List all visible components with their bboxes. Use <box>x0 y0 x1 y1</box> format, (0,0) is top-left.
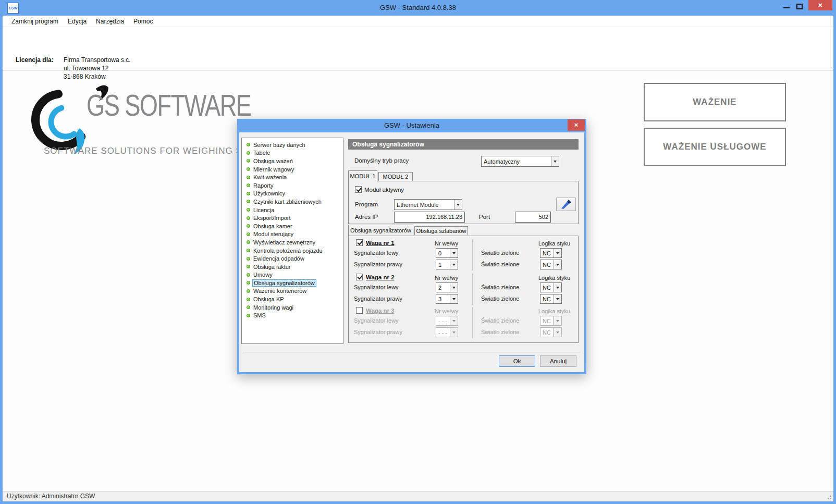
chevron-down-icon[interactable] <box>450 249 458 257</box>
settings-list-item[interactable]: Ważenie kontenerów <box>242 287 343 296</box>
settings-list-item[interactable]: SMS <box>242 311 343 319</box>
module-active-checkbox[interactable] <box>355 186 362 193</box>
dialog-close-icon[interactable]: × <box>568 119 585 131</box>
settings-list-item[interactable]: Obsługa ważeń <box>242 157 343 165</box>
cancel-button[interactable]: Anuluj <box>540 355 576 367</box>
green-light-label: Światło zielone <box>481 317 519 324</box>
settings-list-item-label: Moduł sterujący <box>253 231 293 237</box>
port-input[interactable]: 502 <box>515 212 551 223</box>
scale-enabled-checkbox[interactable] <box>356 239 363 246</box>
tab-modul-1[interactable]: MODUŁ 1 <box>348 170 377 181</box>
settings-list-item[interactable]: Kontrola położenia pojazdu <box>242 247 343 255</box>
signal-right-label: Sygnalizator prawy <box>354 261 402 267</box>
window-border-bottom <box>0 501 836 504</box>
chevron-down-icon[interactable] <box>554 249 561 257</box>
ip-input[interactable]: 192.168.11.23 <box>394 212 465 223</box>
resize-grip[interactable] <box>827 495 832 500</box>
settings-list-item[interactable]: Monitoring wagi <box>242 303 343 312</box>
settings-list-item[interactable]: Moduł sterujący <box>242 230 343 239</box>
signal-left-io-select[interactable]: - - - <box>436 316 458 326</box>
settings-list-item[interactable]: Ewidencja odpadów <box>242 254 343 263</box>
scale-enabled-checkbox[interactable] <box>356 307 363 314</box>
scale-enabled-checkbox[interactable] <box>356 274 363 280</box>
default-mode-select[interactable]: Automatyczny <box>481 156 559 167</box>
tab-modul-2[interactable]: MODUŁ 2 <box>378 172 413 181</box>
signal-left-label: Sygnalizator lewy <box>354 317 399 324</box>
settings-list-item[interactable]: Obsługa sygnalizatorów <box>242 279 343 287</box>
column-divider <box>472 307 473 338</box>
settings-list-item-label: Serwer bazy danych <box>253 142 305 148</box>
green-light-label: Światło zielone <box>481 296 519 302</box>
chevron-down-icon[interactable] <box>554 283 561 292</box>
settings-list-item[interactable]: Użytkownicy <box>242 190 343 198</box>
menu-zamknij-program[interactable]: Zamknij program <box>7 16 63 27</box>
chevron-down-icon[interactable] <box>551 156 559 166</box>
dialog-separator <box>242 352 580 352</box>
signal-left-logic-select[interactable]: NC <box>540 248 562 258</box>
signal-left-logic-select[interactable]: NC <box>540 282 562 292</box>
minimize-icon[interactable] <box>783 7 790 8</box>
license-company: Firma Transportowa s.c. <box>64 56 131 64</box>
signal-right-io-select[interactable]: - - - <box>436 327 458 337</box>
wazenie-button[interactable]: WAŻENIE <box>644 83 786 121</box>
green-bullet-icon <box>247 257 250 261</box>
chevron-down-icon[interactable] <box>450 328 458 337</box>
chevron-down-icon[interactable] <box>450 294 458 303</box>
program-select[interactable]: Ethernet Module <box>394 199 462 210</box>
settings-list-item-label: Obsługa sygnalizatorów <box>252 279 316 287</box>
signal-left-io-select[interactable]: 0 <box>436 248 458 258</box>
column-divider <box>472 274 473 305</box>
window-border-left <box>0 16 3 504</box>
settings-list-item[interactable]: Eksport/Import <box>242 214 343 222</box>
tab-obsluga-szlabanow[interactable]: Obsługa szlabanów <box>414 226 468 235</box>
panel-header: Obsługa sygnalizatorów <box>348 139 579 150</box>
signal-left-logic-select[interactable]: NC <box>540 316 562 326</box>
chevron-down-icon[interactable] <box>450 260 458 269</box>
close-icon[interactable]: × <box>808 0 832 10</box>
menu-pomoc[interactable]: Pomoc <box>129 16 157 27</box>
menu-edycja[interactable]: Edycja <box>63 16 91 27</box>
tab-obsluga-sygnalizatorow[interactable]: Obsługa sygnalizatorów <box>348 225 413 236</box>
green-bullet-icon <box>247 314 250 317</box>
settings-list-item[interactable]: Miernik wagowy <box>242 165 343 174</box>
ip-label: Adres IP <box>355 214 378 220</box>
menu-narzedzia[interactable]: Narzędzia <box>91 16 129 27</box>
settings-list-item[interactable]: Kwit ważenia <box>242 173 343 181</box>
chevron-down-icon[interactable] <box>554 294 561 303</box>
license-street: ul. Towarowa 12 <box>64 65 109 72</box>
settings-list-item[interactable]: Czytniki kart zbliżeniowych <box>242 198 343 206</box>
settings-list-item[interactable]: Obsługa KP <box>242 295 343 303</box>
signal-right-io-select[interactable]: 1 <box>436 260 458 269</box>
signal-left-io-select[interactable]: 2 <box>436 282 458 292</box>
chevron-down-icon[interactable] <box>554 316 561 325</box>
settings-list-item[interactable]: Licencja <box>242 206 343 214</box>
green-bullet-icon <box>247 192 250 195</box>
chevron-down-icon[interactable] <box>554 328 561 337</box>
chevron-down-icon[interactable] <box>450 316 458 325</box>
connect-button[interactable] <box>556 198 576 211</box>
settings-list-item-label: Miernik wagowy <box>253 166 294 173</box>
chevron-down-icon[interactable] <box>450 283 458 292</box>
green-light-label: Światło zielone <box>481 284 519 290</box>
scale-name: Waga nr 1 <box>366 240 395 246</box>
signal-right-logic-select[interactable]: NC <box>540 294 562 304</box>
maximize-icon[interactable] <box>796 4 803 9</box>
signal-right-logic-select[interactable]: NC <box>540 260 562 269</box>
settings-list-item[interactable]: Wyświetlacz zewnętrzny <box>242 238 343 247</box>
settings-list-item[interactable]: Serwer bazy danych <box>242 141 343 149</box>
signal-right-logic-select[interactable]: NC <box>540 327 562 337</box>
ok-button[interactable]: Ok <box>499 355 535 367</box>
settings-list-item-label: Obsługa KP <box>253 296 284 302</box>
settings-list-item[interactable]: Obsługa kamer <box>242 222 343 230</box>
settings-list-item[interactable]: Raporty <box>242 181 343 190</box>
wazenie-uslugowe-button[interactable]: WAŻENIE USŁUGOWE <box>644 128 786 166</box>
scale-group: Waga nr 3 Nr we/wy Logika styku Sygnaliz… <box>349 307 578 339</box>
chevron-down-icon[interactable] <box>554 260 561 269</box>
settings-list-item[interactable]: Obsługa faktur <box>242 263 343 271</box>
settings-list-item[interactable]: Umowy <box>242 271 343 279</box>
program-value: Ethernet Module <box>395 200 454 210</box>
chevron-down-icon[interactable] <box>454 200 462 210</box>
signal-right-io-select[interactable]: 3 <box>436 294 458 304</box>
settings-list-item[interactable]: Tabele <box>242 149 343 157</box>
default-mode-value: Automatyczny <box>482 156 551 166</box>
